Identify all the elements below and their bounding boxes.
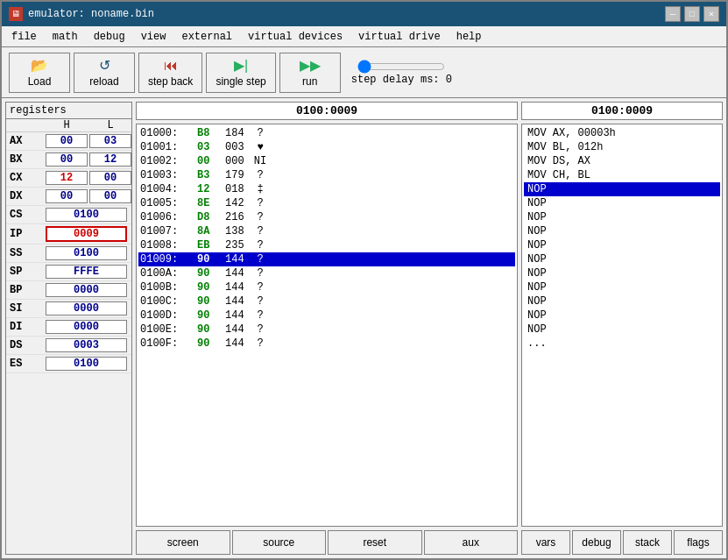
reg-header-name — [10, 119, 45, 131]
title-bar: 🖥 emulator: noname.bin — □ ✕ — [2, 2, 726, 26]
menu-item-help[interactable]: help — [454, 30, 484, 44]
reg-header-l: L — [88, 119, 132, 131]
stack-button[interactable]: stack — [623, 530, 672, 555]
flags-button[interactable]: flags — [674, 530, 723, 555]
menu-item-debug[interactable]: debug — [91, 30, 128, 44]
reg-si-label: SI — [10, 302, 45, 315]
reg-dx-label: DX — [10, 190, 45, 202]
asm-row: MOV AX, 00003h — [524, 126, 720, 140]
hex-row: 0100B: 90 144 ? — [138, 280, 515, 294]
close-button[interactable]: ✕ — [703, 6, 719, 22]
register-si: SI 0000 — [6, 300, 131, 318]
register-bp: BP 0000 — [6, 281, 131, 300]
hex-row: 01003: B3 179 ? — [138, 168, 515, 182]
asm-row: NOP — [524, 323, 720, 337]
asm-row: NOP — [524, 210, 720, 224]
reg-ds-val: 0003 — [46, 338, 127, 352]
asm-row: NOP — [524, 238, 720, 252]
register-ds: DS 0003 — [6, 337, 131, 355]
window-title: emulator: noname.bin — [28, 8, 154, 20]
reg-di-label: DI — [10, 321, 45, 333]
run-button[interactable]: ▶▶ run — [279, 53, 341, 93]
asm-content[interactable]: MOV AX, 00003h MOV BL, 012h MOV DS, AX M… — [522, 124, 722, 526]
menu-item-view[interactable]: view — [138, 30, 169, 44]
reg-sp-val: FFFE — [46, 265, 127, 279]
reg-bp-val: 0000 — [46, 283, 127, 297]
single-step-icon: ▶| — [234, 57, 248, 74]
reload-button[interactable]: ↺ reload — [74, 53, 135, 93]
menu-item-virtual-devices[interactable]: virtual devices — [245, 30, 345, 44]
debug-button[interactable]: debug — [572, 530, 621, 555]
asm-row: MOV BL, 012h — [524, 140, 720, 154]
asm-row: MOV DS, AX — [524, 154, 720, 168]
register-dx: DX 00 00 — [6, 188, 131, 206]
menu-item-math[interactable]: math — [50, 30, 81, 44]
register-bx: BX 00 12 — [6, 151, 131, 169]
hex-row: 0100E: 90 144 ? — [138, 323, 515, 337]
hex-row: 01008: EB 235 ? — [138, 238, 515, 252]
reg-bx-label: BX — [10, 153, 45, 166]
reg-cs-val: 0100 — [46, 208, 127, 222]
asm-row: NOP — [524, 294, 720, 308]
reg-cx-h: 12 — [46, 171, 88, 185]
hex-row: 0100A: 90 144 ? — [138, 266, 515, 280]
reset-button[interactable]: reset — [328, 530, 422, 555]
right-panel: 0100:0009 MOV AX, 00003h MOV BL, 012h MO… — [521, 102, 723, 555]
reg-dx-h: 00 — [46, 189, 88, 203]
hex-row: 01001: 03 003 ♥ — [138, 140, 515, 154]
bottom-buttons-right: vars debug stack flags — [521, 530, 723, 555]
step-back-button[interactable]: ⏮ step back — [138, 53, 202, 93]
asm-row: NOP — [524, 224, 720, 238]
register-sp: SP FFFE — [6, 263, 131, 281]
hex-row: 01004: 12 018 ‡ — [138, 182, 515, 196]
hex-row: 01000: B8 184 ? — [138, 126, 515, 140]
load-button[interactable]: 📂 Load — [9, 53, 70, 93]
step-delay-control: step delay ms: 0 — [351, 60, 452, 86]
register-di: DI 0000 — [6, 318, 131, 337]
minimize-button[interactable]: — — [665, 6, 681, 22]
hex-row: 0100F: 90 144 ? — [138, 337, 515, 351]
reg-sp-label: SP — [10, 266, 45, 278]
source-button[interactable]: source — [232, 530, 327, 555]
step-delay-slider[interactable] — [357, 60, 445, 74]
step-back-icon: ⏮ — [164, 58, 178, 74]
reg-ip-label: IP — [10, 228, 45, 240]
reg-ax-h: 00 — [46, 134, 88, 148]
hex-content[interactable]: 01000: B8 184 ? 01001: 03 003 ♥ 01002: 0… — [137, 124, 517, 526]
reg-bx-h: 00 — [46, 152, 88, 167]
screen-button[interactable]: screen — [136, 530, 230, 555]
reg-cx-label: CX — [10, 172, 45, 184]
reg-cs-label: CS — [10, 209, 45, 221]
hex-panel: 01000: B8 184 ? 01001: 03 003 ♥ 01002: 0… — [136, 124, 518, 527]
hex-row-active: 01009: 90 144 ? — [138, 252, 515, 266]
menu-item-virtual-drive[interactable]: virtual drive — [356, 30, 443, 44]
hex-row: 0100D: 90 144 ? — [138, 308, 515, 323]
maximize-button[interactable]: □ — [684, 6, 700, 22]
reg-bp-label: BP — [10, 284, 45, 296]
load-label: Load — [28, 75, 52, 88]
reg-ss-label: SS — [10, 247, 45, 259]
vars-button[interactable]: vars — [521, 530, 570, 555]
main-content: registers H L AX 00 03 BX 00 12 CX 12 — [2, 98, 726, 558]
reg-ax-label: AX — [10, 135, 45, 147]
single-step-button[interactable]: ▶| single step — [206, 53, 275, 93]
menu-item-external[interactable]: external — [179, 30, 235, 44]
reg-dx-l: 00 — [89, 189, 131, 203]
registers-header: H L — [6, 119, 131, 132]
app-icon: 🖥 — [9, 7, 23, 21]
aux-button[interactable]: aux — [424, 530, 519, 555]
reg-ds-label: DS — [10, 339, 45, 351]
asm-row: NOP — [524, 252, 720, 266]
asm-row: ... — [524, 337, 720, 351]
reg-bx-l: 12 — [89, 152, 131, 167]
menu-bar: filemathdebugviewexternalvirtual devices… — [2, 26, 726, 47]
reg-di-val: 0000 — [46, 320, 127, 334]
load-icon: 📂 — [31, 57, 48, 74]
menu-item-file[interactable]: file — [9, 30, 39, 44]
registers-panel: registers H L AX 00 03 BX 00 12 CX 12 — [5, 102, 132, 555]
register-ax: AX 00 03 — [6, 132, 131, 151]
hex-row: 0100C: 90 144 ? — [138, 294, 515, 308]
asm-row: NOP — [524, 266, 720, 280]
register-es: ES 0100 — [6, 355, 131, 373]
reload-label: reload — [89, 75, 118, 88]
